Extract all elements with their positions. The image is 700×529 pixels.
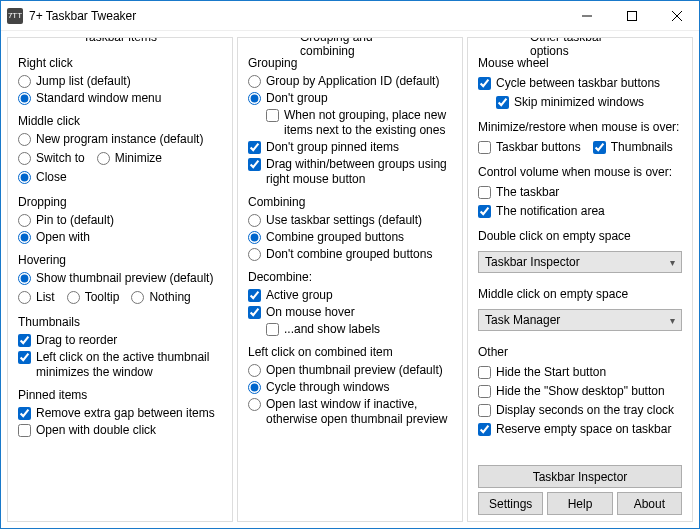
radio-show-thumb[interactable]: Show thumbnail preview (default) [18,271,222,286]
radio-pin-to-label: Pin to (default) [36,213,114,228]
check-min-taskbar-btns-label: Taskbar buttons [496,140,581,155]
radio-close-label: Close [36,170,67,185]
check-skip-min-label: Skip minimized windows [514,95,644,110]
radio-minimize-label: Minimize [115,151,162,166]
radio-open-with[interactable]: Open with [18,230,222,245]
close-window-button[interactable] [654,1,699,30]
radio-dont-group[interactable]: Don't group [248,91,452,106]
radio-tooltip[interactable]: Tooltip [67,290,120,305]
help-button[interactable]: Help [547,492,612,515]
grouping-header: Grouping [248,56,452,70]
radio-minimize[interactable]: Minimize [97,151,162,166]
radio-dont-combine[interactable]: Don't combine grouped buttons [248,247,452,262]
radio-open-last[interactable]: Open last window if inactive, otherwise … [248,397,452,427]
check-vol-notif[interactable]: The notification area [478,204,605,219]
taskbar-inspector-button[interactable]: Taskbar Inspector [478,465,682,488]
check-min-thumbs-label: Thumbnails [611,140,673,155]
radio-new-program-label: New program instance (default) [36,132,203,147]
check-hide-start[interactable]: Hide the Start button [478,365,682,380]
check-min-taskbar-btns[interactable]: Taskbar buttons [478,140,581,155]
radio-switch-to[interactable]: Switch to [18,151,85,166]
radio-group-appid[interactable]: Group by Application ID (default) [248,74,452,89]
window-title: 7+ Taskbar Tweaker [29,9,564,23]
radio-close[interactable]: Close [18,170,67,185]
volume-header: Control volume when mouse is over: [478,165,682,179]
hovering-header: Hovering [18,253,222,267]
radio-use-taskbar[interactable]: Use taskbar settings (default) [248,213,452,228]
check-hide-showdesk-label: Hide the "Show desktop" button [496,384,665,399]
radio-new-program[interactable]: New program instance (default) [18,132,222,147]
middle-click-header: Middle click [18,114,222,128]
check-seconds[interactable]: Display seconds on the tray clock [478,403,682,418]
check-cycle-buttons[interactable]: Cycle between taskbar buttons [478,76,682,91]
check-remove-gap-label: Remove extra gap between items [36,406,215,421]
radio-pin-to[interactable]: Pin to (default) [18,213,222,228]
check-vol-taskbar-label: The taskbar [496,185,559,200]
chevron-down-icon: ▾ [670,257,675,268]
button-bar: Taskbar Inspector Settings Help About [478,465,682,515]
radio-open-thumb[interactable]: Open thumbnail preview (default) [248,363,452,378]
col1-title: Taskbar items [77,37,163,44]
check-mouse-hover-label: On mouse hover [266,305,355,320]
titlebar: 7TT 7+ Taskbar Tweaker [1,1,699,31]
check-cycle-buttons-label: Cycle between taskbar buttons [496,76,660,91]
check-active-group[interactable]: Active group [248,288,452,303]
radio-open-last-label: Open last window if inactive, otherwise … [266,397,452,427]
radio-list[interactable]: List [18,290,55,305]
check-show-labels-label: ...and show labels [284,322,380,337]
check-show-labels[interactable]: ...and show labels [266,322,452,337]
check-mouse-hover[interactable]: On mouse hover [248,305,452,320]
check-min-thumbs[interactable]: Thumbnails [593,140,673,155]
check-skip-min[interactable]: Skip minimized windows [496,95,682,110]
check-open-dbl-label: Open with double click [36,423,156,438]
check-seconds-label: Display seconds on the tray clock [496,403,674,418]
radio-combine[interactable]: Combine grouped buttons [248,230,452,245]
radio-jump-list-label: Jump list (default) [36,74,131,89]
midclick-select[interactable]: Task Manager ▾ [478,309,682,331]
radio-group-appid-label: Group by Application ID (default) [266,74,439,89]
check-place-new-label: When not grouping, place new items next … [284,108,452,138]
radio-combine-label: Combine grouped buttons [266,230,404,245]
minimize-window-button[interactable] [564,1,609,30]
col2-title: Grouping and combining [294,37,406,58]
dblclick-value: Taskbar Inspector [485,255,580,269]
check-drag-rmb[interactable]: Drag within/between groups using right m… [248,157,452,187]
check-dont-group-pinned[interactable]: Don't group pinned items [248,140,452,155]
check-active-group-label: Active group [266,288,333,303]
dropping-header: Dropping [18,195,222,209]
close-icon [672,11,682,21]
radio-nothing[interactable]: Nothing [131,290,190,305]
radio-cycle-windows-label: Cycle through windows [266,380,389,395]
thumbnails-header: Thumbnails [18,315,222,329]
check-vol-taskbar[interactable]: The taskbar [478,185,559,200]
dblclick-select[interactable]: Taskbar Inspector ▾ [478,251,682,273]
radio-standard-menu[interactable]: Standard window menu [18,91,222,106]
radio-dont-group-label: Don't group [266,91,328,106]
check-hide-showdesk[interactable]: Hide the "Show desktop" button [478,384,682,399]
wheel-header: Mouse wheel [478,56,682,70]
check-open-dbl[interactable]: Open with double click [18,423,222,438]
midclick-value: Task Manager [485,313,560,327]
radio-list-label: List [36,290,55,305]
check-drag-reorder-label: Drag to reorder [36,333,117,348]
check-place-new[interactable]: When not grouping, place new items next … [266,108,452,138]
radio-standard-menu-label: Standard window menu [36,91,161,106]
about-button[interactable]: About [617,492,682,515]
check-leftclick-min[interactable]: Left click on the active thumbnail minim… [18,350,222,380]
combining-header: Combining [248,195,452,209]
check-vol-notif-label: The notification area [496,204,605,219]
check-remove-gap[interactable]: Remove extra gap between items [18,406,222,421]
maximize-window-button[interactable] [609,1,654,30]
radio-cycle-windows[interactable]: Cycle through windows [248,380,452,395]
app-icon: 7TT [7,8,23,24]
minimize-icon [582,11,592,21]
check-drag-reorder[interactable]: Drag to reorder [18,333,222,348]
settings-button[interactable]: Settings [478,492,543,515]
check-reserve-space[interactable]: Reserve empty space on taskbar [478,422,682,437]
right-click-header: Right click [18,56,222,70]
leftclick-combined-header: Left click on combined item [248,345,452,359]
radio-jump-list[interactable]: Jump list (default) [18,74,222,89]
radio-dont-combine-label: Don't combine grouped buttons [266,247,432,262]
content-panel: Taskbar items Right click Jump list (def… [1,31,699,528]
pinned-header: Pinned items [18,388,222,402]
